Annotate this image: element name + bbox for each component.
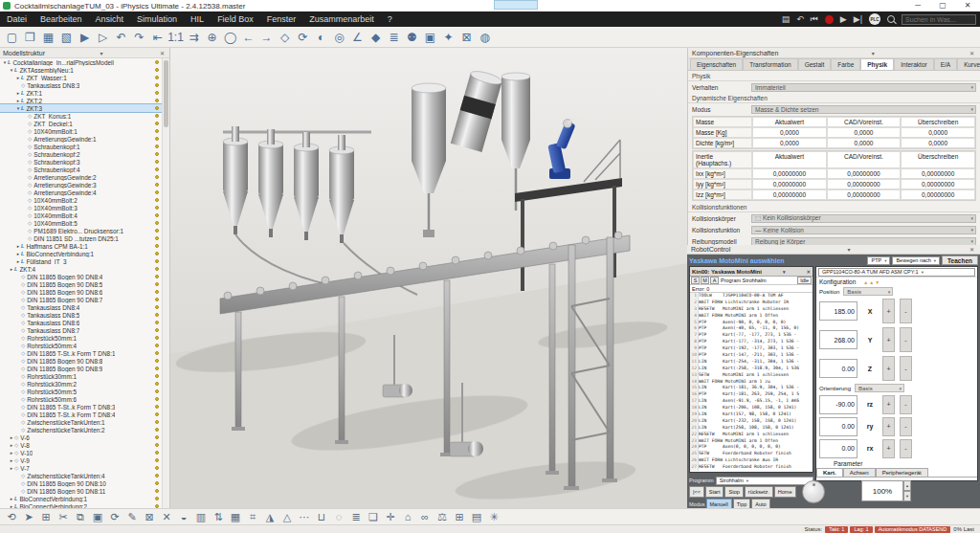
robot-transport-button[interactable]: Stop <box>724 486 743 498</box>
visibility-bulb-icon[interactable] <box>155 412 160 417</box>
tree-row[interactable]: ◇ Rohrstück50mm:1 <box>0 334 169 342</box>
axis-minus-button[interactable]: - <box>900 395 912 414</box>
visibility-bulb-icon[interactable] <box>155 313 160 318</box>
panel-close-icon[interactable]: ✕ <box>968 50 976 56</box>
tree-row[interactable]: ◇ 10X40mmBolt:2 <box>0 196 169 204</box>
panels-icon[interactable]: ❏ <box>365 509 382 524</box>
visibility-bulb-icon[interactable] <box>155 428 160 433</box>
axis-plus-button[interactable]: + <box>882 356 895 381</box>
delete-icon[interactable]: ✕ <box>158 509 175 524</box>
pyramid-outline-icon[interactable]: △ <box>278 509 296 524</box>
table-icon[interactable]: ▦ <box>227 509 244 524</box>
menu-item[interactable]: ? <box>381 11 399 27</box>
override-spinner[interactable]: ▲▼ <box>903 480 911 501</box>
target-point-dropdown[interactable]: GPP1104CO-80-A TUM AFD ASM CPY:1 <box>818 268 975 277</box>
copy-icon[interactable]: ⧉ <box>72 509 89 524</box>
tree-row[interactable]: ◇ Tankauslass DN8:7 <box>0 326 169 334</box>
menu-item[interactable]: HIL <box>184 11 211 27</box>
tree-row[interactable]: ◇ DIN 11865 T-St..k Form T DN8:3 <box>0 403 169 411</box>
undo-icon[interactable]: ↶ <box>112 28 130 47</box>
axis-minus-button[interactable]: - <box>900 439 912 458</box>
tree-scrollbar-thumb[interactable] <box>164 60 168 127</box>
view-shaded-icon[interactable]: ◆ <box>367 28 385 47</box>
connector-icon[interactable]: ⋯ <box>296 509 313 524</box>
visibility-bulb-icon[interactable] <box>155 259 160 264</box>
axis-value-input[interactable]: -90.00 <box>819 395 858 414</box>
parameter-tab[interactable]: Kart. <box>816 468 843 477</box>
tree-row[interactable]: ▸ ◇ V-6 <box>0 433 169 441</box>
visibility-bulb-icon[interactable] <box>155 443 160 448</box>
tree-row[interactable]: ◇ DIN 11865 Bogen 90 DN8:11 <box>0 487 169 495</box>
visibility-bulb-icon[interactable] <box>155 328 160 333</box>
visibility-bulb-icon[interactable] <box>155 60 160 65</box>
tree-row[interactable]: ◇ Rohrstück30mm:1 <box>0 372 169 380</box>
lasso-icon[interactable]: ◌ <box>330 509 347 524</box>
tree-row[interactable]: ◇ ArretierungsGewinde:1 <box>0 135 169 143</box>
tree-row[interactable]: ◇ DIN 11865 Bogen 90 DN8:7 <box>0 296 169 303</box>
visibility-bulb-icon[interactable] <box>155 206 160 211</box>
tree-row[interactable]: ▸ ◇ V-9 <box>0 456 169 464</box>
axis-minus-button[interactable]: - <box>900 356 912 381</box>
view-cube-icon[interactable]: ◇ <box>276 28 294 47</box>
axis-minus-button[interactable]: - <box>900 327 912 352</box>
visibility-bulb-icon[interactable] <box>155 129 160 134</box>
glasses-icon[interactable]: ∞ <box>416 509 434 524</box>
visibility-bulb-icon[interactable] <box>155 244 160 249</box>
debug-bug-icon[interactable]: ⚉ <box>403 28 421 47</box>
visibility-bulb-icon[interactable] <box>155 397 160 402</box>
visibility-bulb-icon[interactable] <box>155 83 160 88</box>
pyramid-solid-icon[interactable]: ◮ <box>261 509 278 524</box>
view-globe-icon[interactable]: ◎ <box>330 28 348 47</box>
maximize-button[interactable]: ▢ <box>930 0 955 11</box>
close-button[interactable]: ✕ <box>955 0 980 11</box>
robot-transport-button[interactable]: |<< <box>689 486 704 498</box>
tree-scrollbar[interactable] <box>162 58 169 508</box>
tree-row[interactable]: ◇ Tankauslass DN8:4 <box>0 303 169 311</box>
model-tree[interactable]: ▾ L Cocktailanlage_In...rialPhysicsModel… <box>0 58 169 508</box>
tree-row[interactable]: ◇ 10X40mmBolt:5 <box>0 219 169 227</box>
cut-icon[interactable]: ✂ <box>55 509 72 524</box>
undo-icon[interactable]: ↶ <box>796 12 804 26</box>
mode-toggle-button[interactable]: S <box>691 277 700 284</box>
bucket-icon[interactable]: ◒ <box>175 509 192 524</box>
rotate-search-icon[interactable]: ⟲ <box>3 509 20 524</box>
tree-row[interactable]: ◇ Tankauslass DN8:5 <box>0 311 169 319</box>
axis-value-input[interactable]: 0.00 <box>819 359 858 378</box>
move-to-dropdown[interactable]: Bewegen nach <box>892 256 940 265</box>
axis-value-input[interactable]: 185.00 <box>819 301 858 321</box>
visibility-bulb-icon[interactable] <box>155 106 160 111</box>
position-frame-dropdown[interactable]: Basis <box>843 287 893 296</box>
plc-badge[interactable]: PLC <box>869 13 880 25</box>
menu-item[interactable]: Field Box <box>211 11 260 27</box>
tree-row[interactable]: ◇ DIN 11851 SD ...tutzen DN25:1 <box>0 234 169 242</box>
tree-row[interactable]: ◇ DIN 11865 Bogen 90 DN8:8 <box>0 357 169 365</box>
open-file-icon[interactable]: ❐ <box>21 28 39 47</box>
properties-tab[interactable]: Kurven <box>957 58 980 70</box>
play-button[interactable]: ▶ <box>840 12 847 26</box>
kin-close-icon[interactable]: ✕ <box>807 269 811 275</box>
tree-row[interactable]: ◇ Schraubenkopf:4 <box>0 166 169 173</box>
step-back-icon[interactable]: ⇤ <box>148 28 167 47</box>
programm-dropdown[interactable]: Strohhalm <box>716 477 813 485</box>
axis-plus-button[interactable]: + <box>882 327 895 352</box>
tree-row[interactable]: ◇ 10X40mmBolt:1 <box>0 127 169 135</box>
dropdown-caret-icon[interactable]: ▾ <box>783 269 786 275</box>
tree-row[interactable]: ▸ L ZKT_Wasser:1 <box>0 74 169 81</box>
axis-minus-button[interactable]: - <box>900 417 912 436</box>
redo-icon[interactable]: ↷ <box>130 28 148 47</box>
field-dropdown[interactable]: ⬚ Kein Kollisionskörper <box>751 214 976 223</box>
panel-close-icon[interactable]: ✕ <box>968 246 976 253</box>
globe-hand-icon[interactable]: ◍ <box>476 28 494 47</box>
search-input[interactable] <box>902 14 976 25</box>
tree-row[interactable]: ◇ 10X40mmBolt:3 <box>0 204 169 211</box>
component-icon[interactable]: ▥ <box>192 509 210 524</box>
properties-tab[interactable]: Interaktor <box>894 58 933 70</box>
visibility-bulb-icon[interactable] <box>155 236 160 241</box>
tree-row[interactable]: ▸ L BioConnectVerbindung:1 <box>0 250 169 257</box>
tree-row[interactable]: ▸ L ZKT:4 <box>0 265 169 273</box>
nav-forward-icon[interactable]: → <box>257 28 276 47</box>
tree-row[interactable]: ◇ Rohrstück30mm:2 <box>0 380 169 388</box>
tree-row[interactable]: ◇ ArretierungsGewinde:3 <box>0 181 169 189</box>
tree-row[interactable]: ◇ Schraubenkopf:1 <box>0 143 169 150</box>
tree-row[interactable]: ◇ ZwischenstückeTankUnten:1 <box>0 418 169 426</box>
